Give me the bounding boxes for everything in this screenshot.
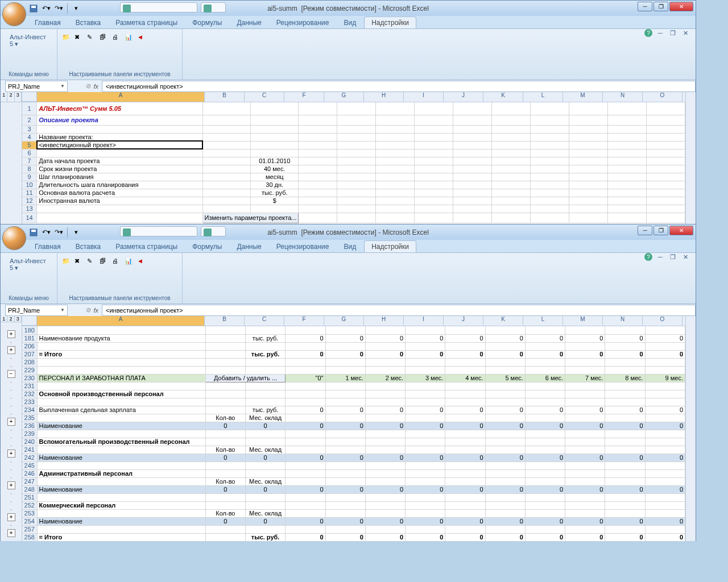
cell[interactable] [246, 462, 286, 469]
cell[interactable] [205, 326, 245, 334]
cell[interactable]: 0 [406, 517, 445, 525]
cell[interactable] [299, 213, 337, 223]
row-header[interactable]: 13 [22, 205, 37, 213]
doc-tab-2[interactable] [201, 2, 226, 13]
cell[interactable] [205, 350, 245, 358]
toolbar-icon-1[interactable]: 📁 [62, 257, 72, 268]
cell[interactable]: 8 мес. [605, 374, 645, 382]
cell[interactable] [37, 358, 205, 366]
cell[interactable] [246, 382, 286, 390]
cell[interactable] [492, 165, 531, 173]
cell[interactable] [607, 173, 646, 181]
cell[interactable]: 0 [406, 406, 445, 414]
cell[interactable] [37, 430, 205, 438]
row-header[interactable]: 208 [22, 358, 37, 366]
cell[interactable] [569, 205, 608, 213]
cell[interactable] [607, 213, 646, 223]
cell[interactable]: 0 [565, 517, 605, 525]
outline-level-3[interactable]: 3 [15, 92, 22, 102]
cell[interactable] [415, 197, 453, 205]
cell[interactable] [646, 189, 685, 197]
cell[interactable]: Наименование [37, 422, 205, 430]
col-header-G[interactable]: G [324, 92, 364, 102]
cell[interactable] [485, 382, 525, 390]
cell[interactable] [646, 197, 685, 205]
cell[interactable] [37, 366, 205, 374]
cell[interactable] [299, 141, 337, 149]
cell[interactable] [445, 414, 485, 422]
cell[interactable] [325, 525, 365, 533]
cell[interactable] [531, 205, 569, 213]
cell[interactable] [205, 334, 245, 342]
cell[interactable] [205, 406, 245, 414]
cell[interactable] [445, 438, 485, 446]
cell[interactable] [565, 342, 605, 350]
cell[interactable]: Дата начала проекта [37, 157, 202, 165]
cell[interactable] [565, 366, 605, 374]
cell[interactable] [406, 477, 445, 485]
outline-level-1[interactable]: 1 [1, 316, 7, 322]
cell[interactable] [37, 205, 202, 213]
cell[interactable] [37, 398, 205, 406]
cell[interactable] [376, 115, 415, 125]
cell[interactable] [202, 165, 250, 173]
cell[interactable]: "0" [286, 374, 325, 382]
cell[interactable] [337, 197, 376, 205]
close-button[interactable]: ✕ [669, 2, 693, 11]
cell[interactable] [205, 501, 245, 509]
cell[interactable] [202, 197, 250, 205]
cell[interactable] [565, 493, 605, 501]
cell[interactable] [37, 493, 205, 501]
cell[interactable] [325, 509, 365, 517]
col-header-C[interactable]: C [245, 92, 284, 102]
cell[interactable] [525, 501, 565, 509]
row-header[interactable]: 246 [22, 469, 37, 477]
close-button[interactable]: ✕ [669, 226, 693, 235]
cell[interactable] [376, 197, 415, 205]
cell[interactable]: 0 [365, 350, 405, 358]
cell[interactable]: 0 [605, 334, 645, 342]
cell[interactable]: 9 мес. [645, 374, 685, 382]
cell[interactable] [406, 382, 445, 390]
cell[interactable]: 4 мес. [445, 374, 485, 382]
cell[interactable] [605, 342, 645, 350]
cell[interactable] [646, 133, 685, 141]
cell[interactable] [525, 438, 565, 446]
cell[interactable]: = Итого [37, 350, 205, 358]
col-header-O[interactable]: O [643, 92, 682, 102]
cell[interactable] [569, 189, 608, 197]
cell[interactable]: 0 [205, 422, 245, 430]
outline-level-2[interactable]: 2 [7, 316, 14, 322]
cell[interactable] [569, 141, 608, 149]
cell[interactable] [365, 342, 405, 350]
cell[interactable] [37, 509, 205, 517]
cell[interactable] [525, 414, 565, 422]
cell[interactable]: 0 [365, 517, 405, 525]
cell[interactable] [337, 149, 376, 157]
undo-icon[interactable]: ↶▾ [40, 3, 52, 14]
outline-expand-button[interactable]: + [7, 481, 15, 489]
cell[interactable] [607, 141, 646, 149]
cell[interactable]: Название проекта: [37, 133, 202, 141]
cell[interactable] [569, 149, 608, 157]
cell[interactable]: 0 [525, 334, 565, 342]
row-header[interactable]: 180 [22, 326, 37, 334]
cell[interactable]: тыс. руб. [246, 334, 286, 342]
cell[interactable]: 0 [205, 454, 245, 462]
cell[interactable] [453, 115, 492, 125]
cell[interactable] [415, 157, 453, 165]
cell[interactable] [607, 197, 646, 205]
cell[interactable]: месяц [251, 173, 299, 181]
cell[interactable] [246, 342, 286, 350]
cell[interactable] [445, 501, 485, 509]
row-header[interactable]: 253 [22, 509, 37, 517]
row-header[interactable]: 206 [22, 342, 37, 350]
col-header-H[interactable]: H [364, 316, 404, 326]
cell[interactable] [325, 358, 365, 366]
cell[interactable] [565, 446, 605, 454]
cell[interactable] [365, 509, 405, 517]
row-header[interactable]: 181 [22, 334, 37, 342]
cell[interactable] [525, 477, 565, 485]
help-icon[interactable]: ? [644, 253, 652, 261]
cell[interactable] [531, 189, 569, 197]
